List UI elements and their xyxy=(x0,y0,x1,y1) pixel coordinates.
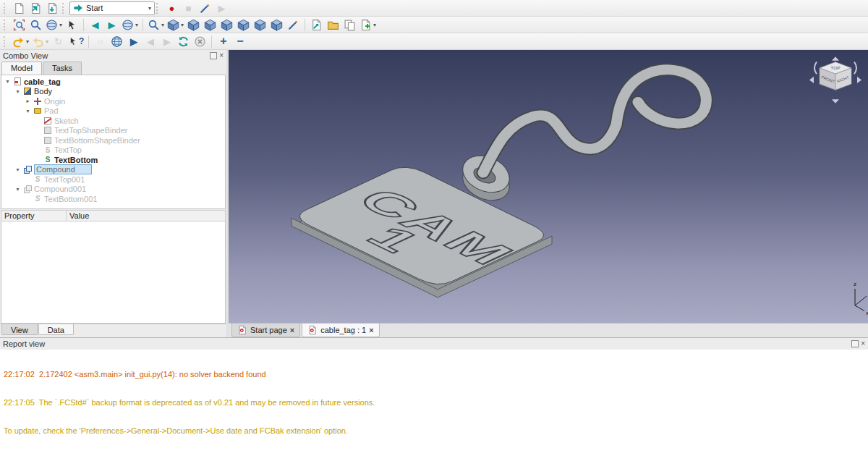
navcube-rotate-right-icon[interactable] xyxy=(854,62,856,75)
navcube-rotate-left-icon[interactable] xyxy=(814,62,817,75)
3d-viewport[interactable]: CAM 1 xyxy=(229,50,868,323)
report-log[interactable]: 22:17:02 2.172402 <asm3.main> init_gui.p… xyxy=(0,350,868,456)
zoom-in-button[interactable]: + xyxy=(215,34,231,49)
toolbar-grip[interactable] xyxy=(4,20,8,30)
toolbar-grip[interactable] xyxy=(4,3,8,14)
browser-back-button[interactable]: ◀ xyxy=(142,34,158,49)
close-panel-button[interactable]: × xyxy=(219,52,224,59)
browser-forward-button[interactable]: ▶ xyxy=(158,34,175,49)
float-panel-button[interactable] xyxy=(210,52,217,59)
tree-item-texttop001[interactable]: TextTop001 xyxy=(1,174,225,185)
tab-data[interactable]: Data xyxy=(38,324,74,335)
macro-record-button[interactable]: ● xyxy=(163,1,180,16)
combo-view-panel: Combo View × Model Tasks cable_tag Bod xyxy=(0,50,226,337)
redo-button[interactable] xyxy=(30,34,50,49)
tree-item-textbottomshapebinder[interactable]: TextBottomShapeBinder xyxy=(1,135,225,145)
view-left-button[interactable] xyxy=(268,17,285,33)
view-bottom-button[interactable] xyxy=(252,17,268,33)
open-document-button[interactable] xyxy=(27,1,44,16)
navigation-cube[interactable]: TOP FRONT RIGHT xyxy=(809,56,861,104)
macro-stop-button[interactable]: ■ xyxy=(180,1,197,16)
toolbar-grip[interactable] xyxy=(62,3,67,14)
navcube-arrow-left[interactable] xyxy=(809,77,814,83)
expander-icon[interactable] xyxy=(14,88,21,95)
tree-item-pad[interactable]: Pad xyxy=(1,106,225,117)
tab-label: Start page xyxy=(250,326,287,334)
view-top-button[interactable] xyxy=(202,17,218,33)
tab-start-page[interactable]: Start page × xyxy=(231,324,300,337)
view-rear-button[interactable] xyxy=(235,17,252,33)
value-column-header[interactable]: Value xyxy=(66,210,226,221)
measure-button[interactable] xyxy=(285,17,302,33)
browser-stop-button[interactable] xyxy=(192,34,208,49)
stop-loading-button[interactable]: ○ xyxy=(92,34,109,49)
navcube-arrow-up[interactable] xyxy=(832,56,839,61)
fit-all-button[interactable] xyxy=(11,17,27,33)
navcube-arrow-down[interactable] xyxy=(832,99,839,104)
box-selection-button[interactable] xyxy=(64,17,80,33)
nav-forward-button[interactable]: ▶ xyxy=(103,17,120,33)
link-group-button[interactable] xyxy=(325,17,341,33)
zoom-tools-button[interactable] xyxy=(146,17,166,33)
refresh-button[interactable]: ↻ xyxy=(50,34,67,49)
open-document-icon xyxy=(30,2,42,14)
fit-selection-button[interactable] xyxy=(27,17,44,33)
tab-tasks[interactable]: Tasks xyxy=(43,62,82,75)
navigation-style-button[interactable] xyxy=(120,17,140,33)
property-column-header[interactable]: Property xyxy=(1,210,66,221)
tab-model[interactable]: Model xyxy=(1,62,42,75)
view-right-button[interactable] xyxy=(218,17,235,33)
browser-reload-button[interactable] xyxy=(175,34,192,49)
expander-icon[interactable] xyxy=(25,108,31,114)
make-link-button[interactable] xyxy=(308,17,325,33)
tab-view[interactable]: View xyxy=(1,324,38,335)
nav-back-button[interactable]: ◀ xyxy=(87,17,103,33)
record-icon: ● xyxy=(169,4,175,13)
workbench-selector[interactable]: Start ▾ xyxy=(69,1,155,15)
start-page-button[interactable]: ▶ xyxy=(125,34,142,49)
new-document-button[interactable] xyxy=(11,1,27,16)
close-tab-icon[interactable]: × xyxy=(369,326,373,334)
tree-item-texttopshapebinder[interactable]: TextTopShapeBinder xyxy=(1,126,225,136)
navcube-arrow-right[interactable] xyxy=(857,77,861,83)
tree-item-texttop[interactable]: TextTop xyxy=(1,145,225,156)
macro-edit-button[interactable] xyxy=(197,1,213,16)
tree-item-body[interactable]: Body xyxy=(1,87,225,97)
save-document-button[interactable] xyxy=(44,1,61,16)
zoom-out-button[interactable]: − xyxy=(231,34,248,49)
separator xyxy=(305,19,305,31)
property-grid-body[interactable] xyxy=(1,221,226,324)
paste-object-button[interactable] xyxy=(358,17,378,33)
undo-button[interactable] xyxy=(11,34,30,49)
float-panel-button[interactable] xyxy=(851,340,859,347)
draw-style-icon xyxy=(46,19,58,31)
separator xyxy=(211,35,212,48)
tree-item-compound[interactable]: Compound xyxy=(1,165,225,175)
macro-execute-button[interactable]: ▶ xyxy=(213,1,230,16)
open-website-button[interactable] xyxy=(109,34,125,49)
whats-this-button[interactable]: ? xyxy=(67,34,85,49)
expander-icon[interactable] xyxy=(14,166,21,173)
toolbar-grip[interactable] xyxy=(4,36,8,47)
tab-cable-tag[interactable]: cable_tag : 1 × xyxy=(302,324,379,337)
question-mark-icon: ? xyxy=(79,36,84,46)
arrow-right-icon: ▶ xyxy=(109,20,116,30)
close-tab-icon[interactable]: × xyxy=(290,326,294,334)
tree-item-compound001[interactable]: Compound001 xyxy=(1,185,225,195)
cable-tag-model[interactable]: CAM 1 xyxy=(292,69,706,297)
tree-item-origin[interactable]: Origin xyxy=(1,96,225,106)
arrow-left-icon: ◀ xyxy=(92,20,99,30)
draw-style-button[interactable] xyxy=(44,17,64,33)
tree-item-sketch[interactable]: Sketch xyxy=(1,116,225,126)
view-front-button[interactable] xyxy=(185,17,202,33)
tree-item-textbottom[interactable]: TextBottom xyxy=(1,155,225,165)
copy-object-button[interactable] xyxy=(341,17,358,33)
expander-icon[interactable] xyxy=(25,98,31,104)
toolbar-grip[interactable] xyxy=(156,3,161,14)
expander-icon[interactable] xyxy=(4,78,11,85)
tree-item-cable-tag[interactable]: cable_tag xyxy=(1,77,225,87)
expander-icon[interactable] xyxy=(14,186,21,193)
view-axonometric-button[interactable] xyxy=(166,17,185,33)
tree-item-textbottom001[interactable]: TextBottom001 xyxy=(1,194,225,204)
close-panel-button[interactable]: × xyxy=(861,340,865,347)
